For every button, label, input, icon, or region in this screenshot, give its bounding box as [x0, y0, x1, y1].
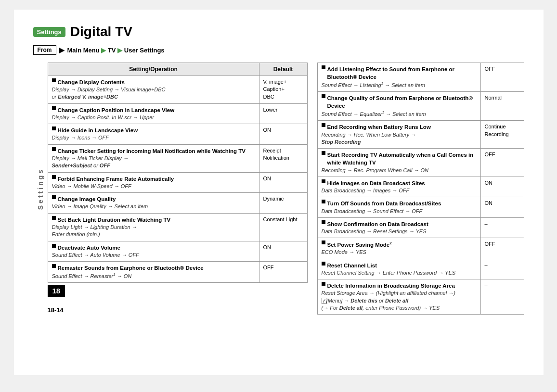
bullet-icon: [322, 179, 325, 183]
bullet-icon: [52, 106, 56, 110]
bullet-icon: [322, 151, 325, 155]
table-row: Start Recording TV Automatically when a …: [317, 149, 524, 177]
right-row-4-default: OFF: [480, 149, 524, 177]
left-row-9-default: OFF: [259, 262, 307, 283]
right-row-9-default: –: [480, 259, 524, 279]
table-row: Forbid Enhancing Frame Rate Automaticall…: [48, 172, 307, 192]
table-row: Delete Information in Broadcasting Stora…: [317, 279, 524, 315]
right-row-4-setting: Start Recording TV Automatically when a …: [317, 149, 480, 177]
left-table: Setting/Operation Default Change Display…: [48, 63, 308, 283]
right-row-6-default: ON: [480, 197, 524, 217]
table-row: Show Confirmation on Data Broadcast Data…: [317, 217, 524, 238]
table-row: Remaster Sounds from Earphone or Bluetoo…: [48, 262, 307, 283]
content: Setting/Operation Default Change Display…: [48, 63, 524, 315]
bullet-icon: [322, 200, 325, 203]
right-row-5-setting: Hide Images on Data Broadcast Sites Data…: [317, 177, 480, 197]
breadcrumb-nav-arrow: ▶: [59, 46, 65, 54]
left-row-7-default: Constant Light: [259, 213, 307, 241]
left-row-5-setting: Forbid Enhancing Frame Rate Automaticall…: [48, 172, 259, 192]
left-col-default: Default: [259, 63, 307, 76]
left-row-5-default: ON: [259, 172, 307, 192]
left-row-9-setting: Remaster Sounds from Earphone or Bluetoo…: [48, 262, 259, 283]
table-row: Change Image Quality Video → Image Quali…: [48, 193, 307, 213]
right-row-10-setting: Delete Information in Broadcasting Stora…: [317, 279, 480, 315]
right-table: Add Listening Effect to Sound from Earph…: [317, 63, 524, 315]
breadcrumb-from: From: [33, 45, 56, 55]
left-col-setting: Setting/Operation: [48, 63, 259, 76]
table-row: Add Listening Effect to Sound from Earph…: [317, 63, 524, 92]
left-row-1-setting: Change Display Contents Display → Displa…: [48, 76, 259, 104]
left-row-6-setting: Change Image Quality Video → Image Quali…: [48, 193, 259, 213]
right-row-10-default: –: [480, 279, 524, 315]
page-title: Digital TV: [70, 24, 132, 39]
table-row: Turn Off Sounds from Data Broadcast/Site…: [317, 197, 524, 217]
right-row-1-default: OFF: [480, 63, 524, 92]
table-row: Deactivate Auto Volume Sound Effect → Au…: [48, 241, 307, 261]
left-row-3-default: ON: [259, 124, 307, 144]
table-row: End Recording when Battery Runs Low Reco…: [317, 121, 524, 149]
side-label-col: Settings: [33, 63, 48, 315]
main-layout: Settings Setting/Operation Default: [33, 63, 524, 315]
left-row-4-setting: Change Ticker Setting for Incoming Mail …: [48, 144, 259, 172]
bullet-icon: [52, 244, 56, 248]
content-col: Setting/Operation Default Change Display…: [48, 63, 524, 315]
bullet-icon: [52, 175, 56, 179]
table-row: Change Display Contents Display → Displa…: [48, 76, 307, 104]
breadcrumb-path: Main Menu ▶ TV ▶ User Settings: [67, 47, 165, 54]
table-row: Change Quality of Sound from Earphone or…: [317, 92, 524, 121]
left-row-8-setting: Deactivate Auto Volume Sound Effect → Au…: [48, 241, 259, 261]
bullet-icon: [322, 123, 325, 127]
table-row: Hide Guide in Landscape View Display → I…: [48, 124, 307, 144]
left-row-8-default: ON: [259, 241, 307, 261]
side-label: Settings: [37, 168, 44, 210]
bullet-icon: [322, 94, 325, 98]
bullet-icon: [322, 220, 325, 224]
table-row: Set Back Light Duration while Watching T…: [48, 213, 307, 241]
right-row-2-default: Normal: [480, 92, 524, 121]
bullet-icon: [52, 216, 56, 220]
left-row-6-default: Dynamic: [259, 193, 307, 213]
left-row-7-setting: Set Back Light Duration while Watching T…: [48, 213, 259, 241]
bullet-icon: [52, 78, 56, 82]
right-row-9-setting: Reset Channel List Reset Channel Setting…: [317, 259, 480, 279]
right-row-3-setting: End Recording when Battery Runs Low Reco…: [317, 121, 480, 149]
right-row-8-setting: Set Power Saving Mode2 ECO Mode → YES: [317, 238, 480, 259]
left-row-2-setting: Change Caption Position in Landscape Vie…: [48, 103, 259, 124]
bullet-icon: [52, 264, 56, 268]
bullet-icon: [322, 65, 325, 69]
left-row-2-default: Lower: [259, 103, 307, 124]
table-row: Reset Channel List Reset Channel Setting…: [317, 259, 524, 279]
right-row-8-default: OFF: [480, 238, 524, 259]
right-row-3-default: ContinueRecording: [480, 121, 524, 149]
table-row: Hide Images on Data Broadcast Sites Data…: [317, 177, 524, 197]
right-row-7-default: –: [480, 217, 524, 238]
table-row: Change Ticker Setting for Incoming Mail …: [48, 144, 307, 172]
right-row-7-setting: Show Confirmation on Data Broadcast Data…: [317, 217, 480, 238]
right-row-2-setting: Change Quality of Sound from Earphone or…: [317, 92, 480, 121]
settings-badge: Settings: [33, 27, 65, 37]
title-area: Settings Digital TV: [33, 24, 524, 39]
bullet-icon: [322, 240, 325, 244]
bullet-icon: [322, 262, 325, 266]
left-panel: Setting/Operation Default Change Display…: [48, 63, 308, 315]
page-number-box: 18: [48, 285, 65, 297]
left-row-3-setting: Hide Guide in Landscape View Display → I…: [48, 124, 259, 144]
left-row-4-default: ReceiptNotification: [259, 144, 307, 172]
bullet-icon: [52, 126, 56, 130]
right-row-6-setting: Turn Off Sounds from Data Broadcast/Site…: [317, 197, 480, 217]
right-panel: Add Listening Effect to Sound from Earph…: [317, 63, 524, 315]
left-row-1-default: V. image+Caption+DBC: [259, 76, 307, 104]
bullet-icon: [52, 147, 56, 151]
right-row-1-setting: Add Listening Effect to Sound from Earph…: [317, 63, 480, 92]
bullet-icon: [52, 195, 56, 199]
table-row: Set Power Saving Mode2 ECO Mode → YES OF…: [317, 238, 524, 259]
page-num-row: 18: [48, 285, 308, 297]
table-row: Change Caption Position in Landscape Vie…: [48, 103, 307, 124]
footer-page: 18-14: [48, 306, 308, 314]
breadcrumb: From ▶ Main Menu ▶ TV ▶ User Settings: [33, 45, 524, 55]
bullet-icon: [322, 282, 325, 286]
right-row-5-default: ON: [480, 177, 524, 197]
